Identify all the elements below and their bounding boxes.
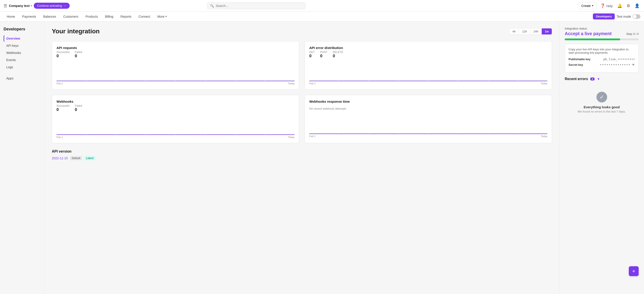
chart-baseline xyxy=(309,81,547,81)
user-icon: 👤 xyxy=(634,4,640,8)
search-bar: 🔍 xyxy=(207,3,306,9)
nav-item-more[interactable]: More ▾ xyxy=(154,13,170,20)
api-version-title: API version xyxy=(52,150,552,154)
page-header: Your integration 4h 12h 24h 1w xyxy=(52,28,552,35)
time-filter-12h[interactable]: 12h xyxy=(519,28,530,35)
chart-baseline xyxy=(56,81,294,81)
test-mode-label: Test mode xyxy=(616,15,631,18)
top-bar: ☰ Company test ▾ Continue activating → 🔍… xyxy=(0,0,644,12)
latest-badge: Latest xyxy=(84,156,95,160)
page-title: Your integration xyxy=(52,28,100,35)
filter-icon[interactable]: ▼ xyxy=(597,77,600,81)
check-circle-icon: ✓ xyxy=(596,92,607,102)
webhooks-response-chart: Webhooks response time No recent webhook… xyxy=(304,95,552,143)
api-requests-bars xyxy=(56,63,294,81)
api-requests-title: API requests xyxy=(56,46,294,50)
api-version-section: API version 2022-11-15 Default Latest xyxy=(52,150,552,160)
sidebar-item-webhooks[interactable]: Webhooks xyxy=(4,49,41,56)
api-version-link[interactable]: 2022-11-15 xyxy=(52,157,68,160)
api-key-desc: Copy your live API keys into your integr… xyxy=(568,48,635,54)
nav-item-customers[interactable]: Customers xyxy=(60,13,82,20)
toggle-secret-key-button[interactable]: 👁 xyxy=(632,63,635,66)
integration-step-row: Accept a live payment Step 3 / 4 xyxy=(565,31,639,37)
company-selector[interactable]: Company test ▾ xyxy=(9,4,32,8)
sidebar: Developers Overview API keys Webhooks Ev… xyxy=(0,22,45,294)
sidebar-item-logs[interactable]: Logs xyxy=(4,64,41,70)
nav-item-home[interactable]: Home xyxy=(4,13,18,20)
float-action-button[interactable]: + xyxy=(629,266,639,276)
help-label: Help xyxy=(606,4,613,8)
integration-title: Accept a live payment xyxy=(565,31,612,36)
menu-icon: ☰ xyxy=(4,3,7,8)
sidebar-item-api-keys[interactable]: API keys xyxy=(4,42,41,49)
search-icon: 🔍 xyxy=(210,4,214,8)
developers-label: Developers xyxy=(596,15,612,18)
webhooks-chart-area xyxy=(56,115,294,135)
search-input[interactable] xyxy=(216,4,302,8)
continue-activating-button[interactable]: Continue activating → xyxy=(34,3,70,9)
main-content: Your integration 4h 12h 24h 1w API reque… xyxy=(45,22,559,294)
webhooks-response-bars xyxy=(309,116,547,134)
api-requests-chart-area xyxy=(56,61,294,81)
time-filter-4h[interactable]: 4h xyxy=(509,28,519,35)
nav-item-reports[interactable]: Reports xyxy=(118,13,135,20)
main-layout: Developers Overview API keys Webhooks Ev… xyxy=(0,22,644,294)
webhooks-stats: Successful 0 Failed 0 xyxy=(56,104,294,112)
webhooks-chart: Webhooks Successful 0 Failed 0 xyxy=(52,95,299,143)
activate-btn-label: Continue activating xyxy=(37,4,62,7)
secret-key-row: Secret key •••••••••••••• 👁 xyxy=(568,63,635,66)
api-requests-dates: Feb 2 Today xyxy=(56,82,294,85)
more-chevron-icon: ▾ xyxy=(166,15,167,18)
webhooks-dates: Feb 2 Today xyxy=(56,136,294,138)
nav-item-connect[interactable]: Connect xyxy=(136,13,154,20)
sidebar-title: Developers xyxy=(4,27,41,32)
nav-item-products[interactable]: Products xyxy=(82,13,101,20)
api-error-dates: Feb 2 Today xyxy=(309,82,547,85)
webhooks-response-title: Webhooks response time xyxy=(309,100,547,103)
api-error-post: POST 0 xyxy=(320,51,328,58)
nav-item-billing[interactable]: Billing xyxy=(102,13,116,20)
publishable-key-row: Publishable key pk_live_•••••••••• xyxy=(568,58,635,61)
recent-errors-title: Recent errors xyxy=(565,77,588,81)
api-error-dist-title: API error distribution xyxy=(309,46,547,50)
create-button[interactable]: Create ▾ xyxy=(578,3,597,9)
api-error-dist-stats: GET 0 POST 0 DELETE 0 xyxy=(309,51,547,58)
no-errors-title: Everything looks good xyxy=(584,105,620,109)
webhooks-response-dates: Feb 2 Today xyxy=(309,135,547,137)
sidebar-item-overview[interactable]: Overview xyxy=(4,35,41,42)
sidebar-item-apps[interactable]: Apps xyxy=(4,75,41,82)
bell-icon: 🔔 xyxy=(617,4,622,8)
time-filter-1w[interactable]: 1w xyxy=(542,28,552,35)
developers-button[interactable]: Developers xyxy=(593,14,615,20)
webhooks-title: Webhooks xyxy=(56,100,294,103)
api-requests-successful: Successful 0 xyxy=(56,51,70,58)
settings-button[interactable]: ⚙ xyxy=(626,3,631,9)
sidebar-item-events[interactable]: Events xyxy=(4,57,41,63)
top-bar-left: ☰ Company test ▾ Continue activating → xyxy=(4,3,70,9)
nav-item-payments[interactable]: Payments xyxy=(19,13,39,20)
publishable-key-value: pk_live_•••••••••• xyxy=(603,58,635,61)
api-requests-stats: Successful 0 Failed 0 xyxy=(56,51,294,58)
gear-icon: ⚙ xyxy=(626,4,630,8)
test-mode-toggle[interactable] xyxy=(632,14,640,19)
user-button[interactable]: 👤 xyxy=(634,3,640,9)
time-filter-24h[interactable]: 24h xyxy=(530,28,542,35)
right-panel: Integration status Accept a live payment… xyxy=(559,22,644,294)
company-name-label: Company test xyxy=(9,4,30,8)
api-requests-chart: API requests Successful 0 Failed 0 xyxy=(52,41,299,89)
no-errors-state: ✓ Everything looks good We found no erro… xyxy=(565,85,639,120)
integration-status-label: Integration status xyxy=(565,27,639,30)
api-error-get: GET 0 xyxy=(309,51,315,58)
company-chevron-icon: ▾ xyxy=(30,4,32,7)
help-icon: ❓ xyxy=(600,4,605,8)
api-error-delete: DELETE 0 xyxy=(333,51,343,58)
publishable-key-label: Publishable key xyxy=(568,58,590,61)
nav-item-balances[interactable]: Balances xyxy=(40,13,60,20)
sidebar-apps-section: Apps xyxy=(4,75,41,82)
webhooks-failed: Failed 0 xyxy=(75,104,82,112)
api-error-bars xyxy=(309,63,547,81)
notifications-button[interactable]: 🔔 xyxy=(616,3,623,9)
help-button[interactable]: ❓ Help xyxy=(599,3,614,9)
chart-baseline xyxy=(309,133,547,134)
webhooks-bars xyxy=(56,117,294,135)
